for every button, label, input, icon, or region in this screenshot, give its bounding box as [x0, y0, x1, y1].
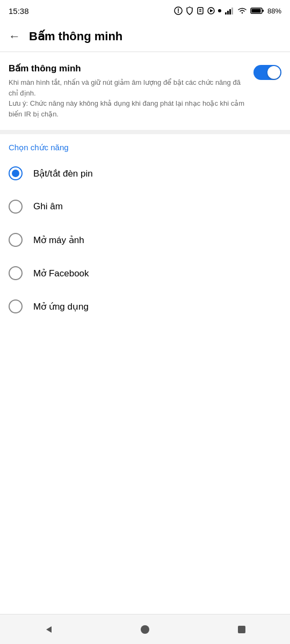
smart-tap-toggle[interactable] [253, 65, 281, 80]
svg-marker-7 [210, 9, 213, 12]
radio-label-facebook: Mở Facebook [33, 268, 89, 279]
app-icon-2 [197, 6, 204, 15]
setting-card-text: Bấm thông minh Khi màn hình tắt, nhấn và… [9, 63, 247, 119]
radio-item-camera[interactable]: Mở máy ảnh [9, 223, 281, 257]
svg-point-2 [178, 12, 179, 13]
toggle-track [253, 65, 281, 80]
bottom-nav [0, 614, 290, 644]
radio-item-facebook[interactable]: Mở Facebook [9, 257, 281, 290]
radio-label-app: Mở ứng dụng [33, 301, 89, 312]
nav-back-button[interactable] [32, 619, 64, 640]
svg-rect-14 [251, 9, 260, 13]
toggle-thumb [267, 66, 280, 79]
status-bar: 15:38 [0, 0, 290, 21]
svg-rect-15 [262, 10, 264, 12]
setting-card-description: Khi màn hình tắt, nhấn và giữ nút giảm â… [9, 77, 247, 119]
radio-button-record[interactable] [9, 200, 23, 214]
radio-label-flashlight: Bật/tắt đèn pin [33, 168, 93, 179]
radio-label-record: Ghi âm [33, 201, 63, 212]
dot-icon [218, 9, 221, 12]
back-button[interactable]: ← [9, 30, 20, 43]
svg-rect-3 [198, 8, 203, 14]
svg-rect-18 [238, 626, 245, 633]
nav-back-icon [43, 624, 54, 635]
radio-button-camera[interactable] [9, 233, 23, 247]
svg-rect-10 [227, 11, 229, 14]
nav-home-button[interactable] [129, 619, 161, 640]
svg-rect-11 [229, 9, 231, 14]
svg-point-8 [218, 9, 221, 12]
svg-rect-12 [231, 8, 233, 14]
radio-button-app[interactable] [9, 299, 23, 313]
setting-card-title: Bấm thông minh [9, 63, 247, 74]
status-icons: 88% [174, 6, 281, 15]
radio-item-flashlight[interactable]: Bật/tắt đèn pin [9, 157, 281, 190]
battery-icon [250, 7, 264, 14]
svg-rect-9 [225, 12, 227, 14]
notification-icon [174, 6, 183, 15]
section-label-text: Chọn chức năng [9, 143, 69, 152]
signal-icon [224, 7, 234, 14]
app-icon-1 [186, 6, 193, 15]
svg-point-17 [141, 625, 149, 634]
radio-item-app[interactable]: Mở ứng dụng [9, 290, 281, 323]
nav-home-icon [140, 624, 150, 635]
radio-button-flashlight[interactable] [9, 166, 23, 180]
page-title: Bấm thông minh [29, 30, 122, 43]
setting-card: Bấm thông minh Khi màn hình tắt, nhấn và… [0, 52, 290, 130]
radio-label-camera: Mở máy ảnh [33, 235, 84, 246]
nav-recents-button[interactable] [226, 619, 258, 640]
header: ← Bấm thông minh [0, 21, 290, 52]
svg-marker-16 [46, 626, 52, 633]
battery-percent: 88% [267, 7, 281, 15]
status-time: 15:38 [9, 6, 29, 16]
wifi-icon [237, 7, 247, 14]
radio-button-facebook[interactable] [9, 266, 23, 280]
nav-recents-icon [237, 625, 247, 634]
play-icon [207, 7, 215, 14]
radio-item-record[interactable]: Ghi âm [9, 190, 281, 223]
section-divider [0, 130, 290, 134]
section-label-container: Chọn chức năng [0, 134, 290, 157]
radio-list: Bật/tắt đèn pin Ghi âm Mở máy ảnh Mở Fac… [0, 157, 290, 323]
